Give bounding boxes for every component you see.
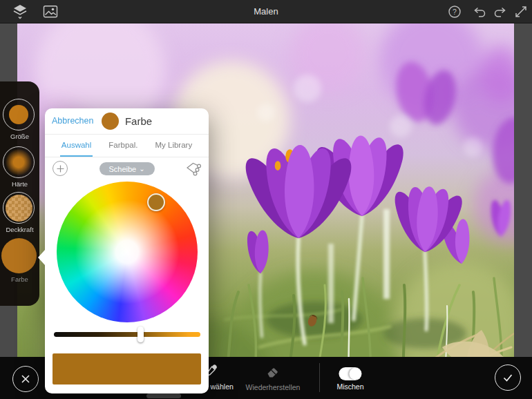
brush-color-control[interactable] [1,238,37,273]
color-wheel-handle[interactable] [147,193,165,211]
toolbar-divider [319,363,320,392]
mix-label: Mischen [336,382,363,391]
mix-control: Mischen [336,367,363,391]
picker-title-group: Farbe [45,113,209,130]
selected-color-swatch [53,353,201,385]
chevron-down-icon: ⌄ [139,166,144,172]
toggle-knob [349,368,361,380]
brush-hardness-control[interactable] [3,146,35,178]
close-button[interactable] [12,366,39,392]
hardness-preview-dot [6,149,32,175]
mix-toggle[interactable] [339,367,361,380]
restore-label: Wiederherstellen [246,383,301,391]
color-label: Farbe [0,275,39,283]
color-themes-icon [185,162,202,176]
app-screen: Malen ? [0,0,532,399]
brush-opacity-control[interactable] [3,192,35,224]
svg-text:?: ? [453,8,457,16]
eraser-icon [265,364,281,378]
add-color-button[interactable] [53,161,68,176]
help-icon[interactable]: ? [446,3,464,20]
wheel-mode-selector[interactable]: Scheibe ⌄ [99,162,155,175]
redo-icon[interactable] [491,3,509,20]
confirm-button[interactable] [495,364,521,391]
undo-icon[interactable] [471,3,488,20]
home-indicator[interactable] [146,393,181,398]
brightness-slider-thumb[interactable] [137,327,144,342]
current-color-circle [102,113,119,130]
size-preview-dot [9,105,28,124]
brush-size-control[interactable] [3,99,35,130]
picker-controls: Scheibe ⌄ [45,157,209,181]
close-icon [20,373,31,385]
color-wheel[interactable] [57,182,198,322]
restore-button[interactable]: Wiederherstellen [246,364,301,391]
tab-auswahl[interactable]: Auswahl [60,135,93,157]
hardness-label: Härte [0,180,39,188]
size-label: Größe [0,133,39,140]
tab-farbpal[interactable]: Farbpal. [107,135,139,157]
top-bar: Malen ? [0,0,532,23]
color-themes-button[interactable] [185,161,202,176]
fullscreen-icon[interactable] [512,3,530,20]
wheel-mode-label: Scheibe [108,165,136,173]
picker-tabs: Auswahl Farbpal. My Library [45,135,209,157]
picker-header: Abbrechen Farbe [45,108,209,135]
plus-icon [57,165,64,173]
brightness-slider[interactable] [54,332,200,337]
tab-my-library[interactable]: My Library [153,135,193,157]
color-picker-popover: Abbrechen Farbe Auswahl Farbpal. My Libr… [45,108,209,393]
opacity-label: Deckkraft [0,226,39,233]
check-icon [502,371,514,384]
brush-sidebar: Größe Härte Deckkraft Farbe [0,81,39,306]
opacity-preview-dot [6,195,32,222]
picker-title: Farbe [125,115,152,127]
popover-arrow [38,250,45,265]
